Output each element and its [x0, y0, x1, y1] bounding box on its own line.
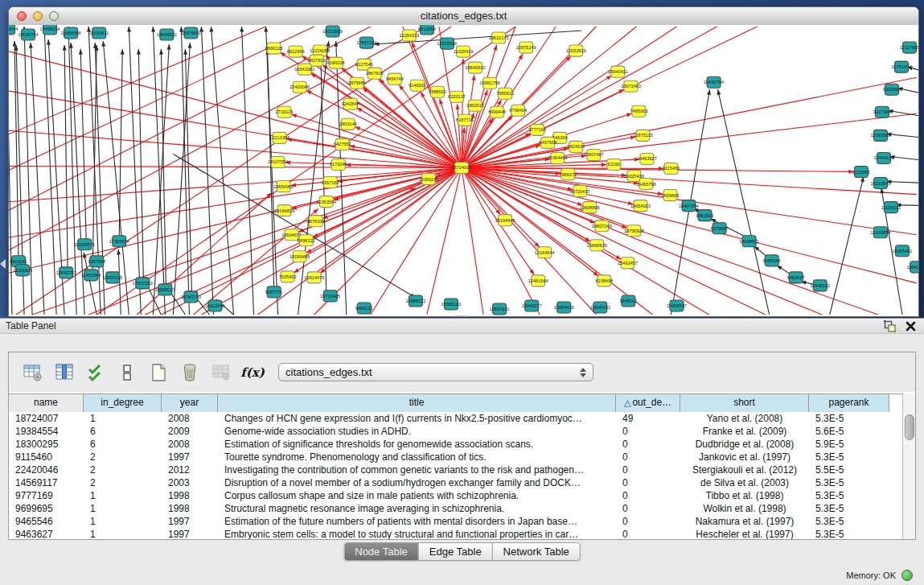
graph-node[interactable]: 12218506 — [437, 38, 457, 49]
graph-node[interactable]: 16686163 — [441, 299, 461, 310]
graph-node-selected[interactable]: 8170046 — [330, 159, 347, 170]
graph-node-selected[interactable]: 2875685 — [348, 77, 366, 89]
graph-node[interactable]: 18008511 — [739, 236, 759, 247]
graph-node-selected[interactable]: 16914479 — [304, 272, 324, 283]
table-row[interactable]: 946362711997Embryonic stem cells: a mode… — [9, 528, 903, 539]
network-window-titlebar[interactable]: citations_edges.txt — [9, 7, 918, 26]
cell-out_degree[interactable]: 0 — [616, 438, 680, 451]
graph-node-selected[interactable]: 16868639 — [587, 240, 607, 251]
table-row[interactable]: 1830029562008Estimation of significance … — [9, 438, 903, 451]
graph-node-selected[interactable]: 7955812 — [496, 88, 514, 99]
graph-node[interactable]: 14649032 — [157, 29, 177, 40]
cell-in_degree[interactable]: 1 — [84, 489, 162, 502]
graph-node[interactable]: 11156829 — [13, 265, 32, 276]
table-row[interactable]: 946554611997Estimation of the future num… — [9, 515, 903, 528]
cell-in_degree[interactable]: 1 — [84, 515, 162, 528]
graph-node[interactable]: 10458597 — [667, 300, 687, 311]
column-header-year[interactable]: year — [162, 394, 218, 412]
cell-in_degree[interactable]: 1 — [84, 502, 162, 515]
graph-node[interactable]: 19542468 — [907, 262, 918, 273]
cell-year[interactable]: 1997 — [162, 451, 218, 463]
cell-out_degree[interactable]: 0 — [616, 425, 680, 438]
graph-node[interactable]: 15379991 — [181, 27, 201, 39]
graph-node-selected[interactable]: 16543382 — [294, 64, 314, 75]
cell-pagerank[interactable]: 5.3E-5 — [809, 476, 889, 489]
cell-in_degree[interactable]: 1 — [84, 412, 162, 425]
cell-in_degree[interactable]: 6 — [84, 438, 162, 451]
column-header-title[interactable]: title — [218, 394, 616, 412]
graph-node[interactable]: 16046277 — [522, 300, 542, 311]
graph-node[interactable]: 16210645 — [870, 178, 890, 189]
cell-name[interactable]: 22420046 — [9, 463, 84, 476]
graph-node[interactable]: 15751074 — [891, 61, 911, 72]
cell-out_degree[interactable]: 0 — [616, 476, 680, 489]
cell-out_degree[interactable]: 0 — [616, 463, 680, 476]
table-selector-dropdown[interactable]: citations_edges.txt — [278, 363, 593, 381]
cell-name[interactable]: 18724007 — [9, 412, 84, 425]
graph-node-selected[interactable]: 12975115 — [633, 130, 653, 141]
cell-title[interactable]: Disruption of a novel member of a sodium… — [218, 476, 616, 489]
graph-node-selected[interactable]: 12353594 — [316, 196, 336, 208]
graph-node-selected[interactable]: 19166829 — [274, 205, 294, 216]
cell-out_degree[interactable]: 0 — [616, 489, 680, 502]
graph-node-selected[interactable]: 10807487 — [584, 149, 604, 160]
cell-in_degree[interactable]: 2 — [84, 451, 162, 463]
graph-node-selected[interactable]: 10688809 — [580, 202, 600, 213]
graph-node-selected[interactable]: 8158498 — [595, 275, 613, 286]
cell-pagerank[interactable]: 5.3E-5 — [809, 489, 889, 502]
graph-node-selected[interactable]: 19612175 — [489, 32, 509, 43]
graph-node-selected[interactable]: 2867608 — [366, 68, 384, 79]
graph-node[interactable]: 9245012 — [619, 295, 637, 307]
graph-node-selected[interactable]: 20364486 — [548, 152, 568, 163]
cell-year[interactable]: 2008 — [162, 438, 218, 451]
graph-node-selected[interactable]: 18724007 — [452, 162, 472, 173]
graph-node[interactable]: 12444139 — [873, 152, 893, 163]
show-columns-icon[interactable] — [54, 362, 75, 383]
graph-node[interactable]: 13942757 — [56, 267, 76, 278]
graph-node-selected[interactable]: 16099489 — [290, 251, 310, 262]
graph-node-selected[interactable]: 18640910 — [466, 62, 486, 73]
graph-node-selected[interactable]: 12481564 — [528, 275, 548, 286]
graph-node-selected[interactable]: 8454749 — [386, 73, 404, 84]
tab-edge-table[interactable]: Edge Table — [419, 543, 493, 560]
cell-pagerank[interactable]: 5.3E-5 — [809, 451, 889, 463]
cell-pagerank[interactable]: 5.9E-5 — [809, 438, 889, 451]
graph-node-selected[interactable]: 8187716 — [456, 114, 474, 126]
cell-pagerank[interactable]: 5.3E-5 — [809, 412, 889, 425]
graph-node-selected[interactable]: 10975149 — [516, 42, 536, 53]
graph-node[interactable]: 16958107 — [155, 284, 175, 295]
graph-node[interactable]: 12093582 — [870, 130, 890, 141]
cell-in_degree[interactable]: 1 — [84, 528, 162, 539]
graph-node-selected[interactable]: 15720437 — [570, 186, 590, 197]
graph-node-selected[interactable]: 8498222 — [298, 235, 315, 246]
graph-node[interactable]: 16033809 — [322, 26, 343, 37]
cell-pagerank[interactable]: 5.5E-5 — [809, 463, 889, 476]
column-header-pagerank[interactable]: pagerank — [809, 394, 889, 412]
graph-node-selected[interactable]: 12213383 — [269, 132, 290, 143]
graph-node[interactable]: 11034211 — [881, 202, 901, 213]
graph-node[interactable]: 9329966 — [883, 84, 901, 95]
table-row[interactable]: 911546021997Tourette syndrome. Phenomeno… — [9, 451, 903, 463]
column-header-out-degree[interactable]: △out_de… — [616, 394, 680, 412]
cell-title[interactable]: Genome-wide association studies in ADHD. — [218, 425, 616, 438]
cell-name[interactable]: 9777169 — [9, 489, 84, 502]
graph-node-selected[interactable]: 19654985 — [273, 181, 294, 192]
cell-short[interactable]: de Silva et al. (2003) — [680, 476, 809, 489]
close-window-icon[interactable] — [17, 11, 27, 21]
graph-node-selected[interactable]: 12032819 — [566, 45, 586, 56]
graph-node[interactable]: 18265461 — [892, 245, 912, 257]
cell-name[interactable]: 19384554 — [9, 425, 84, 438]
citation-network-graph[interactable]: 1872400718300295866012889129541222605898… — [9, 25, 918, 316]
graph-node-selected[interactable]: 8267150 — [322, 177, 339, 188]
table-vertical-scrollbar[interactable] — [902, 393, 915, 539]
cell-name[interactable]: 9699695 — [9, 502, 84, 515]
graph-node-selected[interactable]: 16940411 — [608, 66, 628, 77]
tab-network-table[interactable]: Network Table — [493, 543, 580, 560]
cell-name[interactable]: 9115460 — [9, 451, 84, 463]
cell-year[interactable]: 1997 — [162, 528, 218, 539]
cell-short[interactable]: Hescheler et al. (1997) — [680, 528, 809, 539]
graph-node[interactable]: 8215955 — [852, 166, 870, 177]
cell-year[interactable]: 2008 — [162, 412, 218, 425]
graph-node[interactable]: 16782753 — [181, 291, 201, 303]
graph-node[interactable]: 18030754 — [18, 29, 39, 40]
